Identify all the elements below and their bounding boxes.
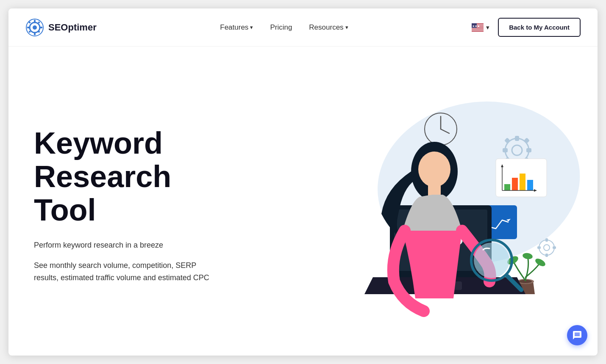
- page-frame: SEOptimer Features ▾ Pricing Resources ▾: [8, 8, 598, 356]
- svg-rect-14: [472, 28, 484, 28]
- hero-left: Keyword Research Tool Perform keyword re…: [34, 127, 212, 284]
- svg-rect-5: [40, 27, 42, 28]
- hero-title-line2: Research: [34, 160, 171, 193]
- svg-rect-44: [553, 246, 556, 249]
- nav-right: ★★★ ▾ Back to My Account: [472, 18, 581, 37]
- svg-rect-25: [515, 136, 519, 141]
- hero-illustration: [309, 87, 572, 324]
- hero-description: See monthly search volume, competition, …: [34, 259, 212, 284]
- svg-rect-4: [27, 27, 29, 28]
- svg-text:★★★: ★★★: [472, 25, 480, 28]
- logo-text: SEOptimer: [48, 22, 97, 33]
- svg-rect-46: [504, 184, 510, 190]
- hero-section: Keyword Research Tool Perform keyword re…: [8, 47, 598, 356]
- flag-chevron: ▾: [486, 24, 489, 31]
- svg-rect-48: [520, 174, 525, 190]
- svg-rect-15: [472, 29, 484, 30]
- svg-rect-47: [512, 178, 518, 190]
- svg-point-40: [544, 245, 550, 251]
- svg-point-69: [474, 243, 509, 278]
- hero-title: Keyword Research Tool: [34, 127, 212, 227]
- chat-icon: [572, 330, 582, 340]
- hero-illustration-area: [309, 87, 572, 324]
- logo[interactable]: SEOptimer: [25, 18, 97, 37]
- svg-line-22: [441, 129, 449, 133]
- gear-icon-small: [537, 238, 556, 257]
- us-flag-icon: ★★★: [472, 23, 484, 32]
- logo-icon: [25, 18, 44, 37]
- svg-rect-29: [504, 138, 510, 143]
- svg-rect-49: [527, 180, 533, 190]
- hero-title-line3: Tool: [34, 193, 96, 227]
- svg-point-39: [539, 240, 554, 255]
- svg-rect-41: [545, 238, 548, 242]
- nav-links: Features ▾ Pricing Resources ▾: [220, 23, 348, 32]
- back-to-account-button[interactable]: Back to My Account: [498, 18, 581, 37]
- svg-rect-2: [34, 20, 36, 22]
- chevron-down-icon-resources: ▾: [345, 24, 348, 30]
- hero-title-line1: Keyword: [34, 126, 163, 160]
- svg-point-60: [534, 257, 547, 267]
- svg-point-1: [33, 25, 37, 30]
- svg-rect-16: [472, 30, 484, 31]
- svg-rect-3: [34, 33, 36, 35]
- hero-subtitle: Perform keyword research in a breeze: [34, 240, 212, 251]
- svg-rect-28: [526, 148, 531, 152]
- language-selector[interactable]: ★★★ ▾: [472, 23, 489, 32]
- nav-pricing[interactable]: Pricing: [270, 23, 292, 32]
- svg-rect-30: [524, 138, 530, 143]
- svg-point-59: [522, 252, 533, 260]
- nav-features[interactable]: Features ▾: [220, 23, 253, 32]
- chevron-down-icon: ▾: [250, 24, 253, 30]
- svg-rect-42: [545, 254, 548, 257]
- svg-point-66: [418, 152, 450, 187]
- chat-button[interactable]: [567, 325, 587, 345]
- nav-resources[interactable]: Resources ▾: [309, 23, 348, 32]
- navbar: SEOptimer Features ▾ Pricing Resources ▾: [8, 8, 598, 47]
- svg-rect-27: [503, 148, 508, 152]
- svg-rect-43: [537, 246, 541, 249]
- svg-point-24: [512, 145, 522, 155]
